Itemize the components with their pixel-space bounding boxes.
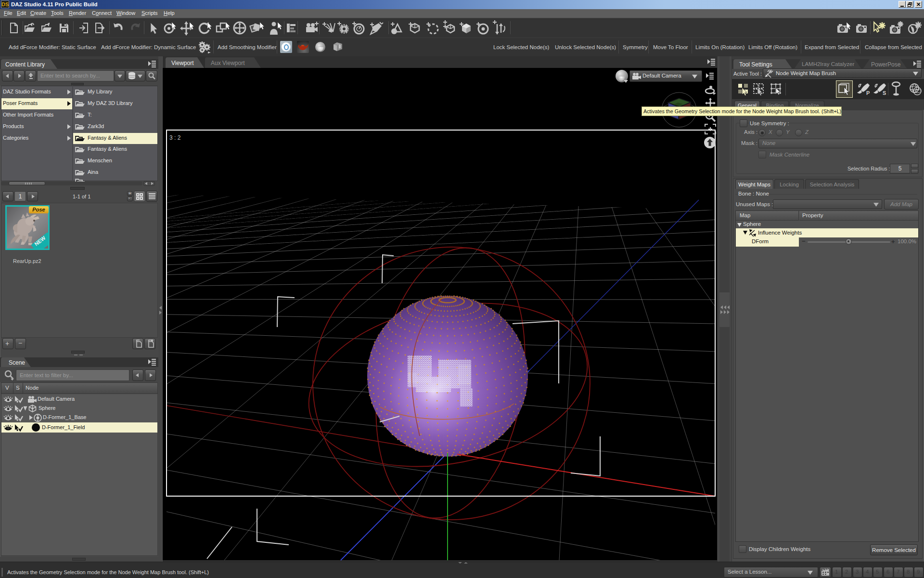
svg-text:P: P [866,90,870,96]
svg-text:S: S [883,90,886,96]
svg-text:3 : 2: 3 : 2 [169,134,181,141]
